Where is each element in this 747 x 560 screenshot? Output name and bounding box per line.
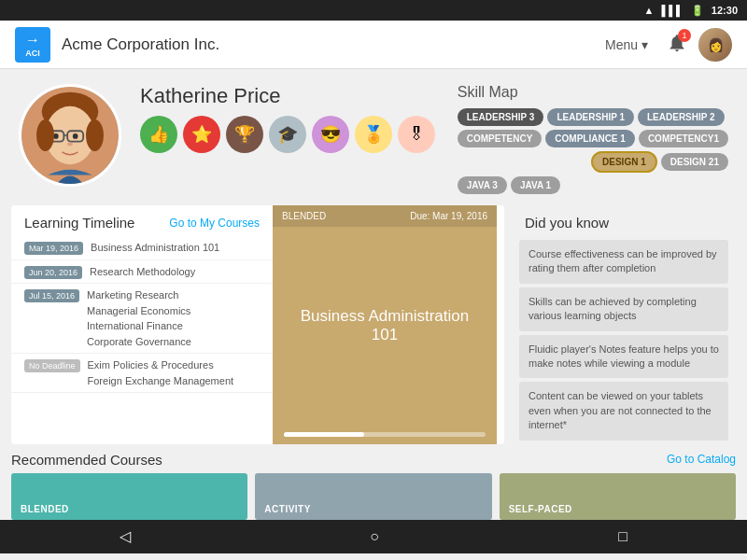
rec-card-blended-label: BLENDED	[21, 504, 69, 514]
table-row: Mar 19, 2016 Business Administration 101	[11, 236, 273, 260]
skill-competency1: COMPETENCY1	[639, 130, 728, 147]
profile-info: Katherine Price 👍 ⭐ 🏆 🎓 😎 🏅 🎖	[140, 84, 439, 153]
featured-course: BLENDED Due: Mar 19, 2016 Business Admin…	[273, 205, 497, 444]
featured-course-header: BLENDED Due: Mar 19, 2016	[273, 205, 497, 227]
home-button[interactable]: ○	[342, 523, 407, 551]
rec-card-activity[interactable]: ACTIVITY	[255, 473, 491, 520]
svg-point-10	[86, 119, 104, 151]
header: → ACI Acme Corporation Inc. Menu ▾ 1 👩	[0, 21, 747, 69]
svg-point-9	[36, 119, 54, 151]
menu-button[interactable]: Menu ▾	[605, 37, 648, 52]
rec-card-blended[interactable]: BLENDED	[11, 473, 247, 520]
skill-row-1: LEADERSHIP 3 LEADERSHIP 1 LEADERSHIP 2	[458, 108, 728, 126]
skill-row-3: DESIGN 1 DESIGN 21	[458, 151, 728, 173]
skill-competency: COMPETENCY	[458, 130, 543, 147]
profile-name: Katherine Price	[140, 84, 439, 108]
bottom-nav: ◁ ○ □	[0, 520, 747, 553]
progress-bar	[284, 432, 486, 437]
skill-map: Skill Map LEADERSHIP 3 LEADERSHIP 1 LEAD…	[458, 84, 728, 194]
list-item: Course effectiveness can be improved by …	[519, 240, 728, 284]
notification-button[interactable]: 1	[667, 33, 687, 56]
badge-certified: 👍	[140, 116, 177, 153]
timeline-header: Learning Timeline Go to My Courses	[11, 205, 273, 236]
recommended-cards: BLENDED ACTIVITY SELF-PACED	[11, 473, 736, 520]
table-row: Jul 15, 2016 Marketing ResearchManageria…	[11, 284, 273, 354]
skill-design21: DESIGN 21	[661, 153, 728, 171]
status-bar: ▲ ▌▌▌ 🔋 12:30	[0, 0, 747, 21]
did-you-know-section: Did you know Course effectiveness can be…	[512, 205, 736, 444]
rec-card-self-paced[interactable]: SELF-PACED	[500, 473, 736, 520]
featured-course-title: Business Administration 101	[288, 307, 482, 344]
profile-section: Katherine Price 👍 ⭐ 🏆 🎓 😎 🏅 🎖 Skill Map …	[0, 69, 747, 205]
skill-row-4: JAVA 3 JAVA 1	[458, 176, 728, 194]
skill-map-title: Skill Map	[458, 84, 728, 101]
timeline-courses-4: Exim Policies & ProceduresForeign Exchan…	[88, 357, 260, 388]
recents-button[interactable]: □	[590, 523, 655, 551]
progress-fill	[284, 432, 364, 437]
app-logo: → ACI	[15, 27, 50, 63]
recommended-title: Recommended Courses	[11, 452, 162, 468]
skill-design1: DESIGN 1	[591, 151, 657, 173]
skill-java1: JAVA 1	[511, 176, 560, 194]
chevron-down-icon: ▾	[641, 37, 648, 52]
skill-leadership2: LEADERSHIP 2	[638, 108, 725, 126]
timeline-courses-3: Marketing ResearchManagerial EconomicsIn…	[87, 287, 260, 349]
rec-card-activity-label: ACTIVITY	[264, 504, 311, 514]
skill-map-grid: LEADERSHIP 3 LEADERSHIP 1 LEADERSHIP 2 C…	[458, 108, 728, 194]
table-row: No Deadline Exim Policies & ProceduresFo…	[11, 354, 273, 393]
skill-compliance1: COMPLIANCE 1	[545, 130, 635, 147]
timeline-date-3: Jul 15, 2016	[24, 289, 79, 302]
skill-leadership3: LEADERSHIP 3	[458, 108, 544, 126]
profile-picture	[19, 84, 121, 187]
battery-icon: 🔋	[691, 5, 704, 17]
learning-timeline: Learning Timeline Go to My Courses Mar 1…	[11, 205, 273, 444]
badge-medal2: 🎖	[398, 116, 435, 153]
logo-arrow-icon: →	[25, 32, 40, 49]
user-avatar[interactable]: 👩	[698, 28, 732, 62]
go-to-catalog-link[interactable]: Go to Catalog	[667, 453, 736, 466]
content-row: Learning Timeline Go to My Courses Mar 1…	[0, 205, 747, 444]
badge-medal1: 🏅	[355, 116, 392, 153]
recommended-header: Recommended Courses Go to Catalog	[11, 452, 736, 468]
timeline-date-1: Mar 19, 2016	[24, 242, 83, 255]
logo-text: ACI	[25, 49, 40, 58]
wifi-icon: ▲	[644, 5, 655, 16]
notification-badge: 1	[678, 29, 691, 42]
list-item: Content can be viewed on your tablets ev…	[519, 382, 728, 440]
company-name: Acme Corporation Inc.	[62, 35, 605, 54]
featured-course-body: Business Administration 101	[273, 227, 497, 425]
clock: 12:30	[712, 5, 738, 16]
back-button[interactable]: ◁	[92, 522, 159, 551]
recommended-section: Recommended Courses Go to Catalog BLENDE…	[0, 444, 747, 520]
skill-row-2: COMPETENCY COMPLIANCE 1 COMPETENCY1	[458, 130, 728, 147]
timeline-courses-2: Research Methodology	[90, 264, 260, 280]
svg-point-7	[73, 133, 78, 139]
list-item: Skills can be achieved by completing var…	[519, 287, 728, 331]
badge-graduate: 🎓	[269, 116, 306, 153]
table-row: Jun 20, 2016 Research Methodology	[11, 260, 273, 285]
go-to-courses-link[interactable]: Go to My Courses	[169, 217, 260, 230]
svg-point-8	[67, 143, 73, 147]
timeline-list: Mar 19, 2016 Business Administration 101…	[11, 236, 273, 393]
badges-container: 👍 ⭐ 🏆 🎓 😎 🏅 🎖	[140, 116, 439, 153]
badge-trophy: 🏆	[226, 116, 263, 153]
rec-card-self-paced-label: SELF-PACED	[509, 504, 572, 514]
course-tag: BLENDED	[282, 211, 326, 221]
did-you-know-title: Did you know	[512, 205, 736, 236]
signal-icon: ▌▌▌	[661, 5, 683, 16]
timeline-courses-1: Business Administration 101	[91, 240, 260, 256]
badge-captain: ⭐	[183, 116, 220, 153]
course-due-date: Due: Mar 19, 2016	[410, 211, 487, 221]
timeline-date-4: No Deadline	[24, 359, 80, 372]
menu-label: Menu	[605, 37, 638, 52]
timeline-date-2: Jun 20, 2016	[24, 266, 82, 279]
timeline-title: Learning Timeline	[24, 215, 134, 231]
skill-leadership1: LEADERSHIP 1	[547, 108, 634, 126]
featured-course-progress	[273, 425, 497, 444]
skill-java3: JAVA 3	[458, 176, 507, 194]
header-icons: 1 👩	[667, 28, 732, 62]
badge-cool: 😎	[312, 116, 349, 153]
list-item: Fluidic player's Notes feature helps you…	[519, 335, 728, 379]
